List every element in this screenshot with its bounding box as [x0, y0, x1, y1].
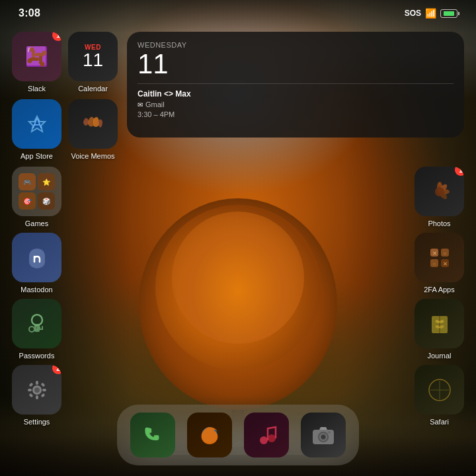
- svg-point-28: [34, 387, 40, 393]
- folder-icon-3: 🎯: [19, 192, 36, 210]
- appstore-label: App Store: [20, 152, 53, 160]
- twofa-app[interactable]: ✕ ○ ○ ✕ 2FA Apps: [415, 233, 464, 294]
- dock: [117, 405, 359, 465]
- cal-event: Caitlin <> Max ✉ Gmail 3:30 – 4PM: [138, 83, 454, 118]
- photos-app[interactable]: 1 Photos: [415, 167, 464, 227]
- calendar-app-small[interactable]: WED 11 Calendar: [68, 32, 118, 93]
- status-time: 3:08: [19, 7, 40, 19]
- photos-icon: [423, 175, 456, 208]
- games-folder[interactable]: 🎮 ⭐ 🎯 🎲 Games: [12, 167, 61, 227]
- voicememos-icon: [79, 110, 108, 139]
- spacer-2: [238, 167, 415, 227]
- calendar-icon: WED 11: [68, 44, 118, 69]
- svg-point-40: [268, 434, 276, 442]
- battery-icon: [440, 9, 457, 18]
- spacer-3: [61, 233, 238, 294]
- photos-badge: 1: [455, 167, 464, 176]
- mastodon-icon: [22, 243, 52, 272]
- svg-rect-32: [42, 389, 46, 391]
- twofa-icon: ✕ ○ ○ ✕: [425, 243, 454, 272]
- svg-point-39: [260, 436, 268, 444]
- mastodon-app[interactable]: Mastodon: [12, 233, 61, 294]
- svg-text:○: ○: [443, 251, 446, 257]
- svg-point-7: [27, 58, 32, 63]
- folder-icon-4: 🎲: [38, 192, 55, 210]
- svg-rect-30: [36, 395, 38, 399]
- top-app-row: 🟪 1: [12, 32, 464, 160]
- slack-label: Slack: [28, 85, 46, 93]
- svg-point-14: [435, 187, 444, 196]
- cal-widget-weekday: WEDNESDAY: [138, 41, 454, 49]
- music-dock-app[interactable]: [244, 413, 289, 457]
- journal-app[interactable]: Journal: [415, 299, 464, 360]
- sos-indicator: SOS: [405, 9, 421, 18]
- camera-dock-app[interactable]: [301, 413, 346, 457]
- settings-badge: 2: [52, 365, 61, 374]
- spacer-4: [238, 233, 415, 294]
- phone-dock-icon: [139, 422, 166, 448]
- mastodon-label: Mastodon: [20, 286, 52, 294]
- settings-icon: [22, 376, 52, 405]
- spacer-5: [61, 299, 238, 360]
- svg-text:○: ○: [432, 261, 436, 267]
- svg-point-26: [29, 327, 34, 332]
- firefox-dock-app[interactable]: [187, 413, 232, 457]
- svg-rect-0: [22, 42, 52, 71]
- games-label: Games: [25, 219, 48, 227]
- cal-widget-day: 11: [138, 50, 454, 78]
- music-dock-icon: [252, 420, 281, 450]
- phone-screen: 3:08 SOS 📶 🟪: [0, 0, 476, 476]
- folder-icon-2: ⭐: [38, 173, 55, 190]
- calendar-widget[interactable]: WEDNESDAY 11 Caitlin <> Max ✉ Gmail 3:30…: [127, 32, 464, 138]
- photos-label: Photos: [428, 219, 450, 227]
- svg-text:A: A: [32, 115, 42, 132]
- voicememos-label: Voice Memos: [71, 152, 114, 160]
- folder-grid: 🎮 ⭐ 🎯 🎲: [15, 169, 59, 214]
- slack-app[interactable]: 🟪 1: [12, 32, 61, 93]
- appstore-app[interactable]: A App Store: [12, 99, 61, 160]
- svg-rect-29: [36, 381, 38, 385]
- firefox-dock-icon: [195, 420, 224, 450]
- top-left-apps: 🟪 1: [12, 32, 118, 160]
- safari-app[interactable]: Safari: [415, 365, 464, 426]
- svg-point-45: [328, 431, 331, 434]
- svg-point-23: [32, 315, 42, 325]
- spacer-1: [61, 167, 238, 227]
- twofa-label: 2FA Apps: [424, 286, 454, 294]
- svg-point-6: [40, 61, 44, 66]
- svg-rect-35: [28, 393, 33, 397]
- svg-point-8: [42, 50, 46, 55]
- svg-rect-34: [40, 382, 45, 387]
- passwords-journal-row: Passwords Journal: [12, 299, 464, 360]
- svg-rect-36: [40, 393, 45, 397]
- voicememos-app[interactable]: Voice Memos: [68, 99, 118, 160]
- settings-app[interactable]: 2 Settings: [12, 365, 61, 426]
- svg-rect-31: [28, 389, 32, 391]
- passwords-app[interactable]: Passwords: [12, 299, 61, 360]
- games-photos-row: 🎮 ⭐ 🎯 🎲 Games: [12, 167, 464, 227]
- cal-event-title: Caitlin <> Max: [138, 89, 454, 99]
- camera-dock-icon: [309, 420, 338, 450]
- journal-label: Journal: [427, 352, 451, 360]
- cal-event-time: 3:30 – 4PM: [138, 110, 175, 118]
- safari-icon: [425, 376, 454, 405]
- journal-icon: [425, 309, 454, 338]
- slack-badge: 1: [52, 32, 61, 41]
- svg-point-44: [322, 436, 325, 438]
- svg-rect-33: [28, 382, 33, 387]
- calendar-label: Calendar: [78, 85, 108, 93]
- mastodon-twofa-row: Mastodon ✕ ○ ○ ✕: [12, 233, 464, 294]
- appstore-icon: A: [22, 110, 52, 139]
- cal-event-detail: ✉ Gmail: [138, 100, 454, 108]
- wifi-icon: 📶: [425, 8, 436, 19]
- safari-label: Safari: [430, 418, 449, 426]
- passwords-label: Passwords: [19, 352, 55, 360]
- phone-dock-app[interactable]: [130, 413, 175, 457]
- svg-text:✕: ✕: [432, 251, 436, 257]
- folder-icon-1: 🎮: [19, 173, 36, 190]
- svg-text:✕: ✕: [442, 261, 447, 267]
- slack-logo: [22, 42, 52, 71]
- status-icons: SOS 📶: [405, 8, 457, 19]
- cal-event-time-row: 3:30 – 4PM: [138, 110, 454, 118]
- status-bar: 3:08 SOS 📶: [0, 0, 476, 26]
